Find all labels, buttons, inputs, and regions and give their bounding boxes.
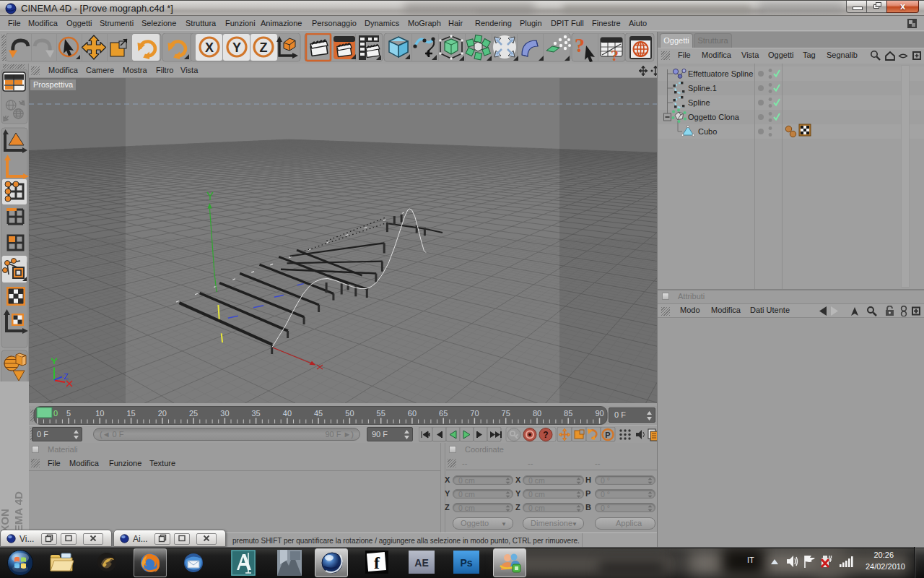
svg-text:P: P <box>605 431 610 439</box>
svg-text:Z: Z <box>64 372 69 381</box>
svg-text:?: ? <box>543 430 548 440</box>
svg-text:Oggetto Clona: Oggetto Clona <box>688 113 740 121</box>
svg-text:Spline: Spline <box>688 98 710 107</box>
svg-text:15: 15 <box>126 409 135 418</box>
svg-text:20: 20 <box>158 409 167 418</box>
svg-text:0: 0 <box>53 409 58 418</box>
svg-text:60: 60 <box>408 409 417 418</box>
svg-text:X: X <box>205 40 214 55</box>
svg-text:Y: Y <box>232 40 241 55</box>
svg-text:?: ? <box>575 34 585 56</box>
svg-text:50: 50 <box>345 409 354 418</box>
svg-text:Spline.1: Spline.1 <box>688 84 717 92</box>
svg-text:AE: AE <box>414 557 428 569</box>
svg-text:35: 35 <box>251 409 260 418</box>
svg-text:30: 30 <box>220 409 229 418</box>
svg-text:45: 45 <box>314 409 323 418</box>
svg-text:10: 10 <box>95 409 104 418</box>
svg-text:90: 90 <box>595 409 603 418</box>
svg-text:Ps: Ps <box>460 557 472 569</box>
svg-text:65: 65 <box>439 409 448 418</box>
svg-text:55: 55 <box>377 409 385 418</box>
svg-text:40: 40 <box>283 409 292 418</box>
svg-text:?: ? <box>611 46 619 62</box>
svg-text:Cubo: Cubo <box>698 127 717 136</box>
svg-text:f: f <box>374 553 380 572</box>
svg-text:80: 80 <box>533 409 541 418</box>
svg-text:85: 85 <box>564 409 572 418</box>
svg-text:5: 5 <box>66 409 71 418</box>
svg-text:75: 75 <box>502 409 510 418</box>
svg-text:25: 25 <box>189 409 198 418</box>
svg-text:Effettuatore Spline: Effettuatore Spline <box>688 69 753 78</box>
svg-text:Z: Z <box>260 40 268 55</box>
svg-text:70: 70 <box>470 409 479 418</box>
